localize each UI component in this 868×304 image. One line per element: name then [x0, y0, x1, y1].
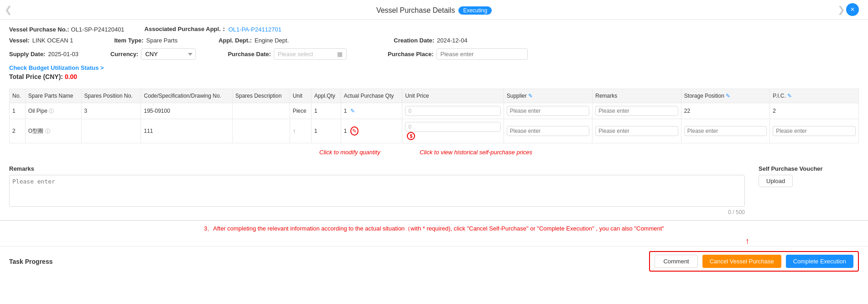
creation-date-value: 2024-12-04	[437, 37, 468, 44]
row1-qty-edit-icon[interactable]: ✎	[350, 108, 355, 114]
col-appl-qty: Appl.Qty	[311, 89, 341, 103]
row1-description	[232, 103, 290, 119]
row1-appl-qty: 1	[311, 103, 341, 119]
purchase-no-value: OL1-SP-P24120401	[71, 26, 125, 33]
purchase-place-group: Purchase Place:	[388, 48, 527, 60]
purchase-date-group: Purchase Date: Please select ▦	[228, 48, 347, 60]
appl-dept-label: Appl. Dept.:	[218, 37, 252, 44]
col-position-no: Spares Position No.	[81, 89, 141, 103]
nav-left-arrow[interactable]: ❮	[5, 4, 12, 15]
col-supplier: Supplier ✎	[504, 89, 593, 103]
nav-right-arrow[interactable]: ❯	[837, 4, 845, 15]
budget-link[interactable]: Check Budget Utilization Status >	[9, 64, 104, 71]
assoc-link[interactable]: OL1-PA-P24112701	[229, 26, 281, 33]
table-row: 2 O型圈 ⓘ 111 ↑ 1 1 ✎ $	[10, 119, 859, 143]
annotation-row: Click to modify quantity Click to view h…	[9, 145, 859, 159]
creation-date-label: Creation Date:	[394, 37, 434, 44]
page-container: ❮ Vessel Purchase Details Executing ❯ × …	[0, 0, 868, 304]
page-title-text: Vessel Purchase Details	[376, 6, 455, 15]
row2-unit-price: $	[402, 119, 504, 143]
item-type-label: Item Type:	[114, 37, 143, 44]
supply-date-label: Supply Date:	[9, 51, 45, 58]
row2-supplier	[504, 119, 593, 143]
storage-edit-icon[interactable]: ✎	[726, 93, 730, 99]
task-progress-label: Task Progress	[9, 258, 52, 265]
row2-unit: ↑	[290, 119, 311, 143]
currency-select[interactable]: CNY USD EUR	[141, 48, 196, 60]
remarks-left: Remarks 0 / 500	[9, 165, 745, 215]
row1-remarks-input[interactable]	[595, 106, 678, 116]
row2-pic-input[interactable]	[773, 126, 856, 136]
assoc-label: Associated Purchase Appl.：	[145, 25, 227, 33]
vessel-value: LINK OCEAN 1	[32, 37, 73, 44]
voucher-section: Self Purchase Voucher Upload	[759, 165, 859, 215]
row2-position	[81, 119, 141, 143]
row1-info-icon[interactable]: ⓘ	[49, 108, 54, 114]
vessel-group: Vessel: LINK OCEAN 1	[9, 37, 73, 44]
appl-dept-group: Appl. Dept.: Engine Dept.	[218, 37, 289, 44]
total-price-row: Total Price (CNY): 0.00	[9, 73, 859, 80]
row2-unit-arrow: ↑	[293, 127, 296, 135]
purchase-no-group: Vessel Purchase No.: OL1-SP-P24120401	[9, 26, 125, 33]
table-row: 1 Oil Pipe ⓘ 3 195-09100 Piece 1 1 ✎	[10, 103, 859, 119]
table-header-row: No. Spare Parts Name Spares Position No.…	[10, 89, 859, 103]
currency-label: Currency:	[110, 51, 138, 58]
field-row-3: Supply Date: 2025-01-03 Currency: CNY US…	[9, 48, 859, 60]
col-unit: Unit	[290, 89, 311, 103]
row2-qty-edit-icon[interactable]: ✎	[350, 126, 359, 136]
upload-button[interactable]: Upload	[759, 175, 793, 187]
annotation-left: Click to modify quantity	[319, 149, 380, 156]
page-header: ❮ Vessel Purchase Details Executing ❯ ×	[0, 0, 868, 20]
purchase-date-input[interactable]: Please select ▦	[274, 48, 347, 60]
row2-code: 111	[141, 119, 233, 143]
col-storage: Storage Position ✎	[681, 89, 770, 103]
row2-supplier-input[interactable]	[507, 126, 590, 136]
remarks-textarea[interactable]	[9, 175, 745, 207]
row2-actual-qty: 1 ✎	[341, 119, 402, 143]
row2-appl-qty: 1	[311, 119, 341, 143]
currency-group: Currency: CNY USD EUR	[110, 48, 196, 60]
row2-info-icon[interactable]: ⓘ	[45, 128, 50, 134]
purchase-no-label: Vessel Purchase No.:	[9, 26, 69, 33]
cancel-vessel-purchase-button[interactable]: Cancel Vessel Purchase	[702, 255, 781, 268]
items-table: No. Spare Parts Name Spares Position No.…	[9, 89, 859, 143]
total-price-value: 0.00	[65, 73, 77, 80]
complete-execution-button[interactable]: Complete Execution	[786, 255, 853, 268]
close-button[interactable]: ×	[846, 3, 859, 16]
col-spare-parts-name: Spare Parts Name	[25, 89, 81, 103]
item-type-group: Item Type: Spare Parts	[114, 37, 177, 44]
row1-price-input[interactable]	[405, 106, 500, 116]
supplier-edit-icon[interactable]: ✎	[528, 93, 533, 99]
col-remarks: Remarks	[593, 89, 681, 103]
instruction-bar: 3、After completing the relevant informat…	[0, 220, 868, 236]
comment-button[interactable]: Comment	[655, 255, 697, 268]
page-title: Vessel Purchase Details Executing	[376, 6, 492, 15]
purchase-date-label: Purchase Date:	[228, 51, 271, 58]
purchase-place-input[interactable]	[437, 48, 528, 60]
remarks-counter: 0 / 500	[9, 209, 745, 215]
row1-actual-qty: 1 ✎	[341, 103, 402, 119]
total-price-label: Total Price (CNY):	[9, 73, 63, 80]
row1-supplier-input[interactable]	[507, 106, 590, 116]
col-no: No.	[10, 89, 26, 103]
row1-name: Oil Pipe ⓘ	[25, 103, 81, 119]
pic-edit-icon[interactable]: ✎	[787, 93, 792, 99]
row1-remarks	[593, 103, 681, 119]
row1-unit: Piece	[290, 103, 311, 119]
row2-history-price-btn[interactable]: $	[407, 132, 415, 140]
item-type-value: Spare Parts	[146, 37, 177, 44]
col-actual-qty: Actual Purchase Qty	[341, 89, 402, 103]
row1-storage: 22	[681, 103, 770, 119]
row1-no: 1	[10, 103, 26, 119]
row2-no: 2	[10, 119, 26, 143]
purchase-place-label: Purchase Place:	[388, 51, 433, 58]
row2-price-input[interactable]	[405, 122, 500, 132]
voucher-label: Self Purchase Voucher	[759, 165, 859, 172]
instruction-text: 3、After completing the relevant informat…	[9, 225, 859, 233]
row2-remarks-input[interactable]	[595, 126, 678, 136]
footer-bar: Task Progress Comment Cancel Vessel Purc…	[0, 246, 868, 276]
assoc-group: Associated Purchase Appl.： OL1-PA-P24112…	[145, 25, 281, 33]
row1-code: 195-09100	[141, 103, 233, 119]
row2-storage-input[interactable]	[684, 126, 767, 136]
row1-supplier	[504, 103, 593, 119]
